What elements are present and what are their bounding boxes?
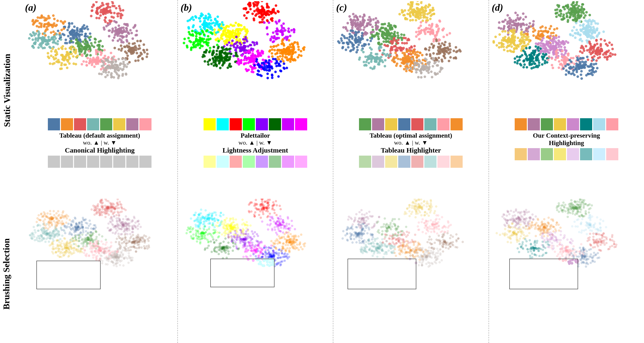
palette-swatch — [256, 118, 268, 130]
palette-swatch — [580, 148, 592, 160]
palette-swatch — [593, 148, 605, 160]
palette-swatch — [230, 156, 242, 168]
palette-swatch — [398, 118, 410, 130]
palette-swatch — [554, 148, 566, 160]
palette-swatch — [61, 118, 73, 130]
panel-b: (b) Palettailor wo. ▲ | w. ▼ Lightness A… — [178, 0, 334, 343]
palette-swatch — [606, 118, 618, 130]
palette-swatch — [139, 118, 152, 130]
palette-swatch — [204, 156, 216, 168]
palette-swatch — [541, 118, 553, 130]
palette-swatch — [113, 118, 125, 130]
palette-b-top — [204, 118, 307, 130]
palette-swatch — [269, 156, 281, 168]
palette-swatch — [424, 156, 436, 168]
palette-swatch — [87, 156, 99, 168]
palette-swatch — [359, 118, 371, 130]
palette-swatch — [100, 156, 112, 168]
palette-swatch — [126, 118, 138, 130]
palette-swatch — [269, 118, 281, 130]
palette-swatch — [450, 156, 463, 168]
palette-swatch — [372, 118, 384, 130]
palette-c-bottom — [359, 156, 463, 168]
wo-w-b: wo. ▲ | w. ▼ — [238, 139, 272, 146]
palette-d-top — [515, 118, 618, 130]
palette-swatch — [74, 118, 86, 130]
palette-swatch — [243, 118, 255, 130]
palette-swatch — [282, 118, 294, 130]
palette-swatch — [48, 118, 60, 130]
panel-c: (c) Tableau (optimal assignment) wo. ▲ |… — [333, 0, 489, 343]
palette-swatch — [372, 156, 384, 168]
palette-swatch — [450, 118, 463, 130]
palette-swatch — [593, 118, 605, 130]
palette-swatch — [295, 156, 307, 168]
wo-w-c: wo. ▲ | w. ▼ — [394, 139, 428, 146]
palette-swatch — [528, 118, 540, 130]
highlighting-label-c: Tableau Highlighter — [381, 146, 441, 154]
palette-swatch — [567, 118, 579, 130]
palette-c-top — [359, 118, 463, 130]
palette-a-top — [48, 118, 152, 130]
highlighting-label-b: Lightness Adjustment — [222, 146, 288, 154]
panel-d: (d) Our Context-preserving Highlighting — [489, 0, 644, 343]
palette-swatch — [126, 156, 138, 168]
palette-swatch — [606, 148, 618, 160]
palette-swatch — [515, 118, 527, 130]
palette-swatch — [385, 156, 397, 168]
palette-swatch — [528, 148, 540, 160]
palette-swatch — [567, 148, 579, 160]
palette-swatch — [515, 148, 527, 160]
palette-swatch — [411, 118, 424, 130]
palette-swatch — [554, 118, 566, 130]
palette-swatch — [243, 156, 255, 168]
palette-swatch — [230, 118, 242, 130]
palette-swatch — [87, 118, 99, 130]
palette-swatch — [139, 156, 152, 168]
palette-swatch — [424, 118, 436, 130]
palette-swatch — [256, 156, 268, 168]
panel-a: (a) Tableau (default assignment) wo. ▲ |… — [22, 0, 178, 343]
palette-swatch — [216, 118, 229, 130]
panels-container: (a) Tableau (default assignment) wo. ▲ |… — [22, 0, 644, 343]
palette-swatch — [204, 118, 216, 130]
palette-label-b: Palettailor — [241, 132, 270, 139]
palette-d-bottom — [515, 148, 618, 160]
wo-w-a: wo. ▲ | w. ▼ — [83, 139, 117, 146]
palette-swatch — [438, 156, 450, 168]
row-label-static: Static Visualization — [2, 54, 12, 127]
palette-swatch — [113, 156, 125, 168]
row-label-brushing: Brushing Selection — [1, 238, 12, 309]
palette-swatch — [398, 156, 410, 168]
palette-label-c: Tableau (optimal assignment) — [370, 132, 452, 139]
palette-swatch — [282, 156, 294, 168]
palette-swatch — [359, 156, 371, 168]
palette-swatch — [438, 118, 450, 130]
palette-swatch — [541, 148, 553, 160]
palette-swatch — [61, 156, 73, 168]
palette-swatch — [411, 156, 424, 168]
palette-swatch — [216, 156, 229, 168]
highlighting-label-a: Canonical Highlighting — [65, 146, 135, 154]
palette-swatch — [74, 156, 86, 168]
palette-swatch — [48, 156, 60, 168]
palette-swatch — [100, 118, 112, 130]
palette-b-bottom — [204, 156, 307, 168]
palette-swatch — [580, 118, 592, 130]
palette-a-bottom — [48, 156, 152, 168]
palette-label-a: Tableau (default assignment) — [59, 132, 140, 139]
palette-swatch — [295, 118, 307, 130]
palette-swatch — [385, 118, 397, 130]
palette-label-d: Our Context-preserving Highlighting — [533, 132, 600, 147]
